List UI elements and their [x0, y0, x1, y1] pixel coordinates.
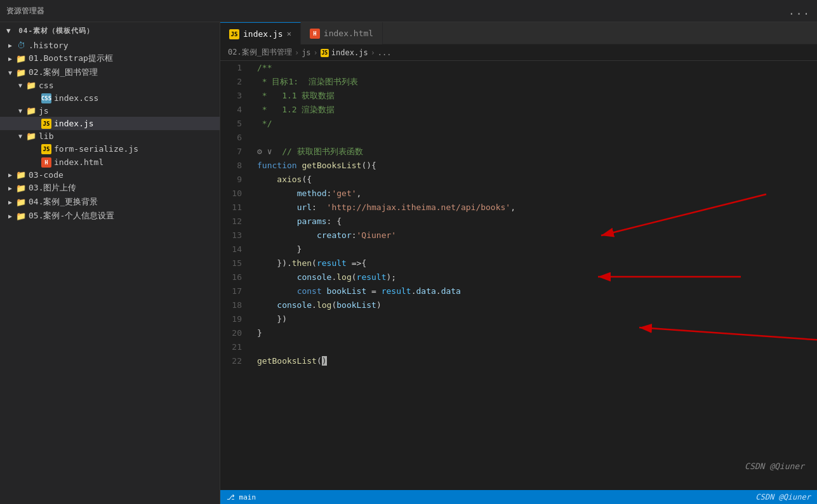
line-content: url: 'http://hmajax.itheima.net/api/book… — [252, 201, 515, 215]
sidebar: ▼ 04-素材（模板代码） ▶ ⏱ .history ▶ 📁 01.Bootst… — [0, 22, 220, 504]
line-number: 19 — [220, 312, 252, 326]
code-line-2: 2 * 目标1: 渲染图书列表 — [220, 75, 817, 89]
line-number: 20 — [220, 326, 252, 340]
tree-arrow[interactable]: ▼ — [5, 69, 15, 76]
sidebar-item-index-css[interactable]: CSS index.css — [0, 91, 220, 105]
line-number: 21 — [220, 340, 252, 354]
folder-icon: 📁 — [15, 54, 27, 63]
breadcrumb-active: index.js — [331, 48, 368, 57]
line-number: 9 — [220, 173, 252, 187]
line-content: } — [252, 326, 262, 340]
line-number: 1 — [220, 61, 252, 75]
tree-arrow[interactable]: ▶ — [5, 199, 15, 206]
code-line-8: 8 function getBooksList(){ — [220, 159, 817, 173]
tree-arrow[interactable]: ▼ — [15, 82, 25, 89]
line-content: /** — [252, 61, 272, 75]
code-line-1: 1 /** — [220, 61, 817, 75]
code-line-7: 7 ⚙ ∨ // 获取图书列表函数 — [220, 145, 817, 159]
breadcrumb-part: ... — [378, 48, 392, 57]
bottom-bar: ⎇ main CSDN @Qiuner — [220, 490, 817, 504]
line-number: 3 — [220, 89, 252, 103]
line-content: creator:'Qiuner' — [252, 229, 396, 242]
sidebar-item-code[interactable]: ▶ 📁 03-code — [0, 169, 220, 181]
code-editor[interactable]: 1 /** 2 * 目标1: 渲染图书列表 3 * 1.1 获取数据 4 * — [220, 61, 817, 490]
line-number: 8 — [220, 159, 252, 173]
code-line-10: 10 method:'get', — [220, 187, 817, 201]
tab-index-html[interactable]: H index.html — [301, 22, 383, 44]
sidebar-label: .history — [29, 41, 69, 50]
tree-arrow[interactable]: ▼ — [15, 107, 25, 114]
sidebar-item-js-folder[interactable]: ▼ 📁 js — [0, 105, 220, 117]
sidebar-item-form-serialize[interactable]: JS form-serialize.js — [0, 142, 220, 156]
tab-close-button[interactable]: ✕ — [287, 29, 291, 38]
js-file-icon: JS — [41, 143, 52, 154]
sidebar-item-index-html[interactable]: H index.html — [0, 156, 220, 169]
breadcrumb-sep: › — [371, 48, 375, 57]
folder-icon: 📁 — [15, 68, 27, 77]
sidebar-label: 02.案例_图书管理 — [29, 67, 98, 78]
watermark: CSDN @Qiuner — [745, 461, 804, 471]
line-number: 6 — [220, 131, 252, 145]
sidebar-item-books[interactable]: ▼ 📁 02.案例_图书管理 — [0, 65, 220, 79]
sidebar-item-bootstrap[interactable]: ▶ 📁 01.Bootstrap提示框 — [0, 51, 220, 65]
sidebar-label: 04.案例_更换背景 — [29, 196, 98, 208]
folder-css-icon: 📁 — [25, 81, 37, 90]
sidebar-item-img-upload[interactable]: ▶ 📁 03.图片上传 — [0, 181, 220, 195]
breadcrumb: 02.案例_图书管理 › js › JS index.js › ... — [220, 44, 817, 61]
css-file-icon: CSS — [41, 93, 52, 103]
code-line-4: 4 * 1.2 渲染数据 — [220, 103, 817, 117]
sidebar-item-bg-change[interactable]: ▶ 📁 04.案例_更换背景 — [0, 195, 220, 209]
editor-wrapper: 1 /** 2 * 目标1: 渲染图书列表 3 * 1.1 获取数据 4 * — [220, 61, 817, 490]
breadcrumb-sep: › — [314, 48, 318, 57]
tab-index-js[interactable]: JS index.js ✕ — [220, 22, 301, 44]
tree-arrow[interactable]: ▼ — [15, 133, 25, 140]
js-file-icon: JS — [41, 118, 52, 129]
breadcrumb-part: 02.案例_图书管理 — [228, 47, 292, 58]
tree-arrow[interactable]: ▶ — [5, 185, 15, 192]
sidebar-label: 03.图片上传 — [29, 182, 76, 194]
title-bar: 资源管理器 ... — [0, 0, 817, 22]
line-number: 7 — [220, 145, 252, 159]
line-content: }) — [252, 312, 287, 326]
tabs-bar: JS index.js ✕ H index.html — [220, 22, 817, 44]
editor-area: JS index.js ✕ H index.html 02.案例_图书管理 › … — [220, 22, 817, 504]
sidebar-item-personal[interactable]: ▶ 📁 05.案例-个人信息设置 — [0, 209, 220, 223]
tree-arrow[interactable]: ▶ — [5, 171, 15, 178]
line-content: * 目标1: 渲染图书列表 — [252, 75, 358, 89]
title-text: 资源管理器 — [6, 6, 44, 17]
line-number: 5 — [220, 117, 252, 131]
code-line-11: 11 url: 'http://hmajax.itheima.net/api/b… — [220, 201, 817, 215]
tree-arrow[interactable]: ▶ — [5, 55, 15, 62]
breadcrumb-sep: › — [295, 48, 299, 57]
sidebar-label: 01.Bootstrap提示框 — [29, 53, 113, 64]
line-content — [252, 131, 257, 145]
more-options-button[interactable]: ... — [788, 5, 811, 17]
line-content: * 1.2 渲染数据 — [252, 103, 335, 117]
sidebar-item-history[interactable]: ▶ ⏱ .history — [0, 39, 220, 51]
breadcrumb-part: js — [302, 48, 310, 57]
sidebar-item-css-folder[interactable]: ▼ 📁 css — [0, 79, 220, 91]
line-number: 11 — [220, 201, 252, 215]
line-number: 10 — [220, 187, 252, 201]
folder-icon: 📁 — [15, 197, 27, 207]
folder-icon: 📁 — [25, 131, 37, 141]
sidebar-label: index.js — [54, 119, 94, 128]
line-content: console.log(result); — [252, 270, 396, 284]
sidebar-item-index-js[interactable]: JS index.js — [0, 117, 220, 130]
main-area: ▼ 04-素材（模板代码） ▶ ⏱ .history ▶ 📁 01.Bootst… — [0, 22, 817, 504]
folder-icon: 📁 — [15, 183, 27, 193]
sidebar-header: ▼ 04-素材（模板代码） — [0, 22, 220, 39]
html-file-icon: H — [41, 157, 52, 168]
code-line-22: 22 getBooksList() — [220, 354, 817, 368]
code-line-17: 17 const bookList = result.data.data — [220, 284, 817, 298]
line-content: function getBooksList(){ — [252, 159, 376, 173]
sidebar-item-lib-folder[interactable]: ▼ 📁 lib — [0, 130, 220, 142]
code-line-12: 12 params: { — [220, 215, 817, 229]
sidebar-label: index.css — [54, 93, 98, 103]
code-line-18: 18 console.log(bookList) — [220, 298, 817, 312]
tree-arrow[interactable]: ▶ — [5, 42, 15, 49]
tree-arrow[interactable]: ▶ — [5, 213, 15, 220]
code-line-6: 6 — [220, 131, 817, 145]
js-tab-icon: JS — [229, 29, 239, 39]
line-content: }).then(result =>{ — [252, 256, 366, 270]
